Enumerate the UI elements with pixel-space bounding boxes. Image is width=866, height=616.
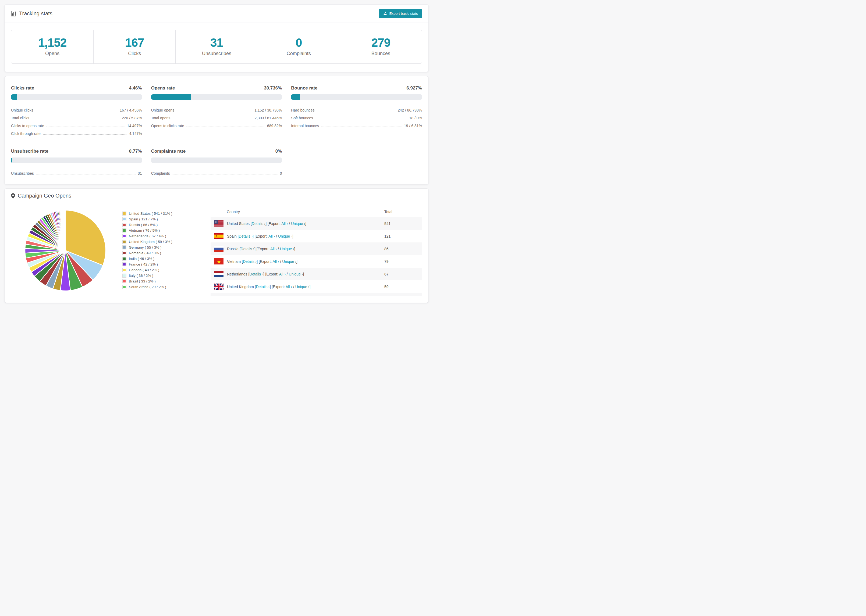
export-unique-link[interactable]: Unique ›	[278, 234, 292, 238]
legend-item: Spain ( 121 / 7% )	[122, 216, 211, 222]
rate-header: Unsubscribe rate0.77%	[11, 149, 142, 154]
rate-rows: Hard bounces242 / 86.738%Soft bounces18 …	[291, 105, 422, 129]
dotted-leader	[172, 174, 278, 174]
rate-stat-label: Total clicks	[11, 116, 29, 121]
rate-stat-row: Click through rate4.147%	[11, 129, 142, 136]
legend-label: United States ( 541 / 31% )	[129, 212, 172, 215]
rate-stat-row: Clicks to opens rate14.497%	[11, 121, 142, 129]
stat-label: Bounces	[343, 51, 419, 57]
dotted-leader	[172, 119, 252, 119]
dotted-leader	[315, 119, 407, 119]
export-basic-stats-button[interactable]: Export basic stats	[379, 9, 422, 18]
rate-rows: Unique clicks167 / 4.456%Total clicks220…	[11, 105, 142, 136]
summary-stat-bounces: 279Bounces	[340, 30, 422, 63]
rate-header: Opens rate30.736%	[151, 85, 282, 91]
country-links: Russia [Details ›] [Export: All › / Uniq…	[227, 247, 295, 251]
rate-stat-label: Unique opens	[151, 108, 174, 113]
export-unique-link[interactable]: Unique ›	[295, 284, 310, 289]
legend-swatch	[122, 223, 126, 227]
tracking-stats-title: Tracking stats	[11, 11, 52, 17]
legend-swatch	[122, 217, 126, 221]
summary-stats: 1,152Opens167Clicks31Unsubscribes0Compla…	[11, 30, 422, 64]
country-name: United States	[227, 222, 250, 226]
total-cell: 541	[384, 222, 422, 226]
rate-stat-label: Internal bounces	[291, 124, 319, 129]
export-unique-link[interactable]: Unique ›	[291, 222, 305, 226]
legend-label: India ( 46 / 3% )	[129, 257, 154, 261]
rate-progress-fill	[151, 94, 192, 100]
country-links: Vietnam [Details ›] [Export: All › / Uni…	[227, 259, 298, 264]
flag-es-icon	[214, 233, 224, 239]
flag-ru-icon	[214, 246, 224, 252]
legend-label: Italy ( 36 / 2% )	[129, 273, 153, 278]
rate-stat-row: Total clicks220 / 5.87%	[11, 113, 142, 121]
details-link[interactable]: Details ›	[243, 259, 257, 264]
country-links: United Kingdom [Details ›] [Export: All …	[227, 284, 311, 289]
export-unique-link[interactable]: Unique ›	[289, 272, 303, 276]
rate-stat-label: Click through rate	[11, 131, 41, 136]
rate-stat-value: 689.82%	[267, 124, 282, 129]
details-link[interactable]: Details ›	[256, 284, 269, 289]
column-header-total: Total	[384, 210, 422, 214]
legend-item: Romania ( 49 / 3% )	[122, 250, 211, 256]
export-unique-link[interactable]: Unique ›	[280, 247, 294, 251]
export-all-link[interactable]: All ›	[286, 284, 292, 289]
rate-stat-row: Unsubscribes31	[11, 168, 142, 176]
details-link[interactable]: Details ›	[241, 247, 254, 251]
export-all-link[interactable]: All ›	[272, 259, 279, 264]
rate-block-unsubscribe-rate: Unsubscribe rate0.77%Unsubscribes31	[11, 149, 142, 176]
dotted-leader	[31, 119, 120, 119]
rate-progress-track	[11, 157, 142, 163]
rate-stat-label: Total opens	[151, 116, 170, 121]
rate-rows: Unsubscribes31	[11, 168, 142, 176]
table-row-de: Germany [Details ›] [Export: All › / Uni…	[211, 293, 422, 296]
export-all-link[interactable]: All ›	[268, 234, 275, 238]
tracking-stats-header: Tracking stats Export basic stats	[5, 5, 428, 23]
rate-stat-value: 18 / 0%	[409, 116, 422, 121]
export-button-label: Export basic stats	[389, 11, 418, 16]
flag-vn-icon	[214, 258, 224, 264]
legend-label: South Africa ( 29 / 2% )	[129, 285, 166, 289]
rate-stat-value: 1,152 / 30.736%	[254, 108, 282, 113]
legend-item: Canada ( 40 / 2% )	[122, 267, 211, 273]
column-header-country: Country	[211, 210, 384, 214]
stat-value: 1,152	[14, 36, 91, 49]
rate-value: 0.77%	[129, 149, 142, 154]
legend-swatch	[122, 268, 126, 272]
export-unique-link[interactable]: Unique ›	[282, 259, 296, 264]
rate-stat-label: Unsubscribes	[11, 171, 34, 176]
legend-label: Brazil ( 33 / 2% )	[129, 279, 156, 283]
stat-label: Clicks	[96, 51, 173, 57]
rate-stat-label: Complaints	[151, 171, 170, 176]
rate-progress-track	[151, 157, 282, 163]
rate-stat-label: Clicks to opens rate	[11, 124, 44, 129]
rate-stat-value: 167 / 4.456%	[120, 108, 142, 113]
rate-block-opens-rate: Opens rate30.736%Unique opens1,152 / 30.…	[151, 85, 282, 136]
summary-stat-complaints: 0Complaints	[258, 30, 340, 63]
legend-item: Germany ( 55 / 3% )	[122, 245, 211, 250]
country-cell: Vietnam [Details ›] [Export: All › / Uni…	[211, 258, 384, 264]
export-all-link[interactable]: All ›	[270, 247, 277, 251]
stat-label: Opens	[14, 51, 91, 57]
legend-item: Netherlands ( 67 / 4% )	[122, 233, 211, 239]
total-cell: 86	[384, 247, 422, 251]
details-link[interactable]: Details ›	[239, 234, 252, 238]
country-links: Spain [Details ›] [Export: All › / Uniqu…	[227, 234, 293, 238]
rate-progress-fill	[291, 94, 300, 100]
rate-value: 6.927%	[406, 85, 422, 91]
details-link[interactable]: Details ›	[252, 222, 265, 226]
details-link[interactable]: Details ›	[249, 272, 263, 276]
rate-stat-value: 19 / 6.81%	[404, 124, 422, 129]
summary-stat-unsubscribes: 31Unsubscribes	[175, 30, 257, 63]
rate-block-clicks-rate: Clicks rate4.46%Unique clicks167 / 4.456…	[11, 85, 142, 136]
legend-label: Vietnam ( 79 / 5% )	[129, 228, 160, 233]
geo-opens-card: Campaign Geo Opens United States ( 541 /…	[4, 189, 429, 303]
rate-title: Clicks rate	[11, 85, 34, 91]
legend-label: Russia ( 86 / 5% )	[129, 223, 157, 227]
country-cell: United Kingdom [Details ›] [Export: All …	[211, 284, 384, 290]
rate-header: Bounce rate6.927%	[291, 85, 422, 91]
legend-item: Brazil ( 33 / 2% )	[122, 278, 211, 284]
rate-title: Bounce rate	[291, 85, 317, 91]
export-all-link[interactable]: All ›	[279, 272, 286, 276]
export-all-link[interactable]: All ›	[281, 222, 288, 226]
